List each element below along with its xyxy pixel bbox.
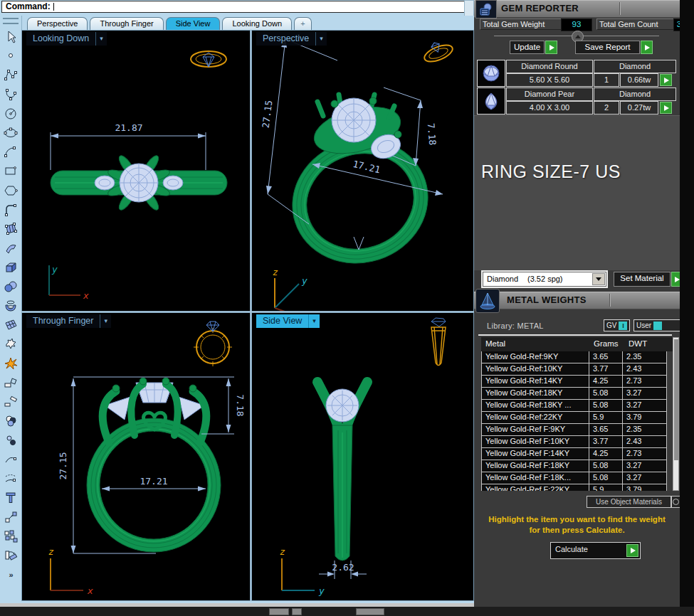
use-object-materials-button[interactable]: Use Object Materials xyxy=(587,496,671,508)
orient-icon[interactable] xyxy=(0,546,21,565)
extend-curve-icon[interactable] xyxy=(0,450,21,469)
metal-table-row[interactable]: Yellow Gold-Ref:9KY 3.65 2.35 xyxy=(481,351,668,363)
calculate-button[interactable]: Calculate xyxy=(550,542,641,559)
text-tool-icon[interactable] xyxy=(0,488,21,507)
toolbar-grip[interactable] xyxy=(3,18,19,24)
metal-table-row[interactable]: Yellow Gold-Ref F:18K... 5.08 3.27 xyxy=(481,472,668,484)
metal-table-row[interactable]: Yellow Gold-Ref:10KY 3.77 2.43 xyxy=(481,363,668,376)
tab-through-finger[interactable]: Through Finger xyxy=(90,17,163,30)
gem-select-button[interactable] xyxy=(660,102,672,114)
metal-table-row[interactable]: Yellow Gold-Ref:18KY ... 5.08 3.27 xyxy=(481,400,668,412)
save-report-button[interactable]: Save Report xyxy=(575,41,640,54)
grams-cell: 3.65 xyxy=(589,424,623,436)
viewport-label-through-finger[interactable]: Through Finger xyxy=(26,314,111,328)
metal-name-cell: Yellow Gold-Ref F:18KY xyxy=(481,460,589,472)
metal-table-row[interactable]: Yellow Gold-Ref:18KY 5.08 3.27 xyxy=(481,388,668,400)
torus-icon[interactable] xyxy=(0,296,21,315)
viewport-label-looking-down[interactable]: Looking Down xyxy=(26,32,107,46)
metal-table-row[interactable]: Yellow Gold-Ref F:18KY 5.08 3.27 xyxy=(481,460,668,472)
chevron-down-icon[interactable] xyxy=(315,32,327,46)
looking-down-canvas[interactable]: 21.87 xyxy=(22,31,250,311)
col-metal: Metal xyxy=(485,339,505,348)
gem-reporter-header: GEM REPORTER xyxy=(474,0,680,18)
blend-colors-icon[interactable] xyxy=(0,411,21,430)
command-input[interactable]: Command: xyxy=(1,1,465,13)
metal-table-row[interactable]: Yellow Gold-Ref:14KY 4.25 2.73 xyxy=(481,376,668,388)
tab-add-viewport[interactable]: + xyxy=(294,17,311,30)
curve-through-points-icon[interactable] xyxy=(0,85,21,104)
material-select[interactable]: Diamond (3.52 spg) xyxy=(483,272,606,287)
dwt-cell: 2.43 xyxy=(623,363,667,376)
metal-table-row[interactable]: Yellow Gold-Ref F:9KY 3.65 2.35 xyxy=(481,424,668,436)
metal-name-cell: Yellow Gold-Ref F:18K... xyxy=(481,472,589,484)
gem-name: Diamond Round xyxy=(506,60,593,73)
spheres-icon[interactable] xyxy=(0,277,21,296)
metal-table-row[interactable]: Yellow Gold-Ref F:14KY 4.25 2.73 xyxy=(481,448,668,460)
set-material-run-button[interactable] xyxy=(671,272,680,287)
viewport-label-perspective[interactable]: Perspective xyxy=(256,32,327,46)
fillet-corner-icon[interactable] xyxy=(0,200,21,219)
point-icon[interactable] xyxy=(0,46,21,65)
boolean-union-icon[interactable] xyxy=(0,334,21,354)
text-caret xyxy=(53,3,54,11)
gem-size: 4.00 X 3.00 xyxy=(506,101,593,115)
viewport-tab-bar: Perspective Through Finger Side View Loo… xyxy=(21,16,474,30)
move-icon[interactable] xyxy=(0,507,21,526)
gv-button[interactable]: GVI xyxy=(604,319,630,331)
mini-ring-top-icon xyxy=(191,51,226,67)
command-history-scrollbar[interactable] xyxy=(464,0,474,16)
user-button[interactable]: User xyxy=(633,319,680,331)
tab-side-view[interactable]: Side View xyxy=(166,17,221,30)
chevron-down-icon[interactable] xyxy=(100,314,111,328)
metal-table-scrollbar[interactable] xyxy=(673,337,679,491)
metal-table-row[interactable]: Yellow Gold-Ref F:10KY 3.77 2.43 xyxy=(481,436,668,448)
arc-icon[interactable] xyxy=(0,142,21,161)
tab-perspective[interactable]: Perspective xyxy=(27,17,88,30)
viewport-side-view[interactable]: Side View xyxy=(251,312,474,601)
use-object-materials-radio[interactable] xyxy=(671,496,680,508)
set-material-button[interactable]: Set Material xyxy=(614,272,671,287)
chevron-down-icon[interactable] xyxy=(308,314,320,328)
polygon-icon[interactable] xyxy=(0,181,21,200)
perspective-canvas[interactable]: 27.15 7.18 17.21 z y x xyxy=(252,31,473,311)
explode-icon[interactable] xyxy=(0,354,21,373)
gem-row[interactable]: Diamond Pear 4.00 X 3.00 Diamond 2 0.27t… xyxy=(477,87,676,115)
viewport-looking-down[interactable]: Looking Down 21.87 xyxy=(21,30,251,312)
gem-select-button[interactable] xyxy=(660,74,672,86)
combo-dropdown-button[interactable] xyxy=(592,273,605,285)
viewport-perspective[interactable]: Perspective xyxy=(251,30,474,312)
side-view-canvas[interactable]: 2.62 z y xyxy=(252,313,473,600)
tab-looking-down[interactable]: Looking Down xyxy=(222,17,292,30)
split-icon[interactable] xyxy=(0,392,21,411)
status-item[interactable] xyxy=(269,608,289,615)
circle-icon[interactable] xyxy=(0,104,21,123)
box-icon[interactable] xyxy=(0,257,21,277)
status-item[interactable] xyxy=(292,608,302,615)
metal-table-row[interactable]: Yellow Gold-Ref:22KY 5.9 3.79 xyxy=(481,412,668,424)
select-icon[interactable] xyxy=(0,27,21,46)
gem-row[interactable]: Diamond Round 5.60 X 5.60 Diamond 1 0.66… xyxy=(477,60,676,87)
ellipse-icon[interactable] xyxy=(0,123,21,142)
dot-pair-icon[interactable] xyxy=(0,430,21,450)
scrollbar-thumb[interactable] xyxy=(674,339,678,460)
patch-surface-icon[interactable] xyxy=(0,315,21,334)
through-finger-canvas[interactable]: 7.18 27.15 17.21 z x xyxy=(22,313,250,600)
trim-icon[interactable] xyxy=(0,373,21,392)
viewport-through-finger[interactable]: Through Finger xyxy=(21,312,251,601)
update-run-button[interactable] xyxy=(545,41,557,54)
bend-surface-icon[interactable] xyxy=(0,238,21,257)
metal-table-row[interactable]: Yellow Gold-Ref F:22KY 5.9 3.79 xyxy=(481,484,668,491)
save-report-run-button[interactable] xyxy=(641,41,653,54)
more-tools-icon[interactable]: » xyxy=(0,565,21,584)
control-point-curve-icon[interactable] xyxy=(0,65,21,85)
offset-curve-icon[interactable] xyxy=(0,469,21,488)
metal-name-cell: Yellow Gold-Ref F:10KY xyxy=(481,436,589,448)
update-button[interactable]: Update xyxy=(510,41,545,54)
viewport-label-side-view[interactable]: Side View xyxy=(256,314,320,328)
surface-from-points-icon[interactable] xyxy=(0,219,21,238)
rectangle-icon[interactable] xyxy=(0,161,21,181)
calculate-run-button[interactable] xyxy=(626,544,638,557)
array-icon[interactable] xyxy=(0,526,21,546)
status-item[interactable] xyxy=(356,608,384,615)
chevron-down-icon[interactable] xyxy=(95,32,107,46)
